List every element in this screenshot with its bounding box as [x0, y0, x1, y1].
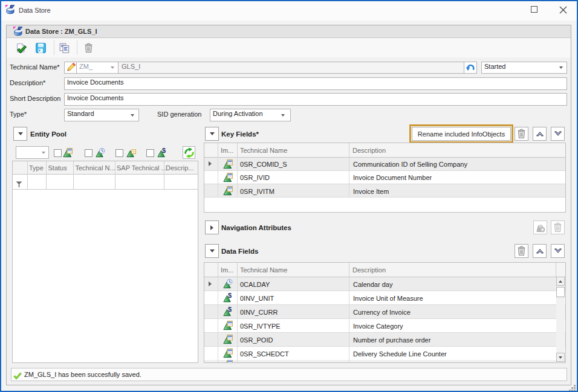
svg-text:$: $: [162, 148, 166, 154]
svg-text:$: $: [228, 307, 232, 313]
svg-text:$: $: [228, 293, 232, 299]
